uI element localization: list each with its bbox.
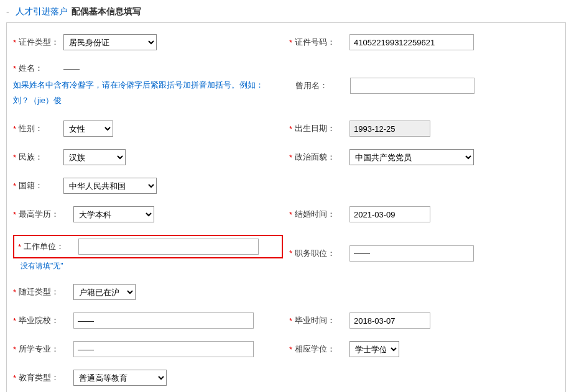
- required-star: *: [289, 153, 292, 162]
- input-major[interactable]: [73, 341, 254, 357]
- label-major: 所学专业：: [19, 344, 73, 355]
- label-political: 政治面貌：: [295, 152, 349, 163]
- required-star: *: [289, 248, 292, 258]
- spacer: [289, 178, 559, 194]
- required-star: *: [13, 288, 16, 297]
- row-gender: * 性别： 女性: [13, 121, 283, 137]
- select-political[interactable]: 中国共产党党员: [349, 149, 474, 165]
- input-id-number[interactable]: [349, 34, 474, 50]
- required-star: *: [289, 210, 292, 219]
- select-gender[interactable]: 女性: [63, 121, 113, 137]
- label-ethnicity: 民族：: [19, 152, 63, 163]
- label-id-type: 证件类型：: [19, 37, 63, 48]
- hint-name: 如果姓名中含有冷僻字，请在冷僻字后紧跟括号加拼音加括号。例如：刘？（jie）俊: [13, 78, 274, 108]
- label-grad-school: 毕业院校：: [19, 315, 73, 326]
- row-name-stack: * 姓名： —— 如果姓名中含有冷僻字，请在冷僻字后紧跟括号加拼音加括号。例如：…: [13, 63, 283, 108]
- row-political: * 政治面貌： 中国共产党党员: [289, 149, 559, 165]
- input-work-unit[interactable]: [78, 239, 259, 255]
- required-star: *: [13, 373, 16, 383]
- row-education: * 最高学历： 大学本科: [13, 206, 283, 222]
- input-grad-time[interactable]: [349, 312, 430, 329]
- form-container: * 证件类型： 居民身份证 * 证件号码： * 姓名： —— 如果姓名中含有冷僻…: [6, 22, 566, 392]
- select-ethnicity[interactable]: 汉族: [63, 149, 126, 165]
- row-grad-time: * 毕业时间：: [289, 312, 559, 329]
- label-name: 姓名：: [19, 63, 63, 74]
- label-nationality: 国籍：: [19, 180, 63, 191]
- input-birth-date[interactable]: [349, 121, 430, 137]
- required-star: *: [13, 38, 16, 47]
- required-star: *: [13, 124, 16, 134]
- row-grad-school: * 毕业院校：: [13, 312, 283, 329]
- row-position: * 职务职位：: [289, 235, 559, 271]
- select-migrate-type[interactable]: 户籍已在沪: [73, 284, 136, 300]
- required-star: *: [13, 316, 16, 326]
- row-former-name: 曾用名：: [289, 63, 559, 108]
- label-degree: 相应学位：: [295, 344, 349, 355]
- required-star: *: [13, 345, 16, 354]
- input-position[interactable]: [349, 245, 474, 262]
- row-migrate-type: * 随迁类型： 户籍已在沪: [13, 284, 283, 300]
- row-birth-date: * 出生日期：: [289, 121, 559, 137]
- row-marry-time: * 结婚时间：: [289, 206, 559, 222]
- spacer: [289, 284, 559, 300]
- label-marry-time: 结婚时间：: [295, 209, 349, 220]
- required-star: *: [289, 316, 292, 326]
- label-education: 最高学历：: [19, 209, 73, 220]
- row-id-type: * 证件类型： 居民身份证: [13, 34, 283, 50]
- label-edu-type: 教育类型：: [19, 372, 73, 383]
- input-grad-school[interactable]: [73, 312, 254, 329]
- required-star: *: [13, 64, 16, 73]
- select-education[interactable]: 大学本科: [73, 206, 154, 222]
- required-star: *: [289, 124, 292, 134]
- select-edu-type[interactable]: 普通高等教育: [73, 370, 167, 386]
- row-ethnicity: * 民族： 汉族: [13, 149, 283, 165]
- spacer: [289, 370, 559, 386]
- label-migrate-type: 随迁类型：: [19, 286, 73, 298]
- header-sub: 配偶基本信息填写: [72, 6, 141, 17]
- row-edu-type: * 教育类型： 普通高等教育: [13, 370, 283, 386]
- value-name: ——: [63, 64, 80, 73]
- select-id-type[interactable]: 居民身份证: [63, 34, 157, 50]
- required-star: *: [13, 153, 16, 162]
- required-star: *: [13, 210, 16, 219]
- label-birth-date: 出生日期：: [295, 123, 349, 134]
- row-id-number: * 证件号码：: [289, 34, 559, 50]
- hint-work-unit: 没有请填"无": [21, 261, 283, 271]
- required-star: *: [289, 38, 292, 47]
- label-former-name: 曾用名：: [295, 80, 350, 91]
- required-star: *: [13, 181, 16, 191]
- header-main: 人才引进落户: [16, 6, 68, 17]
- row-major: * 所学专业：: [13, 341, 283, 357]
- label-grad-time: 毕业时间：: [295, 315, 349, 326]
- select-nationality[interactable]: 中华人民共和国: [63, 178, 157, 194]
- label-position: 职务职位：: [295, 248, 349, 259]
- label-id-number: 证件号码：: [295, 37, 349, 48]
- required-star: *: [18, 242, 21, 252]
- row-degree: * 相应学位： 学士学位: [289, 341, 559, 357]
- select-degree[interactable]: 学士学位: [349, 341, 399, 357]
- highlight-work-unit: * 工作单位：: [13, 235, 283, 258]
- row-work-unit-stack: * 工作单位： 没有请填"无": [13, 235, 283, 271]
- header-dash: -: [6, 7, 9, 17]
- required-star: *: [289, 345, 292, 354]
- input-former-name[interactable]: [350, 78, 474, 94]
- page-header: - 人才引进落户 配偶基本信息填写: [6, 6, 568, 22]
- input-marry-time[interactable]: [349, 206, 430, 222]
- label-work-unit: 工作单位：: [24, 241, 78, 252]
- row-nationality: * 国籍： 中华人民共和国: [13, 178, 283, 194]
- label-gender: 性别：: [19, 123, 63, 134]
